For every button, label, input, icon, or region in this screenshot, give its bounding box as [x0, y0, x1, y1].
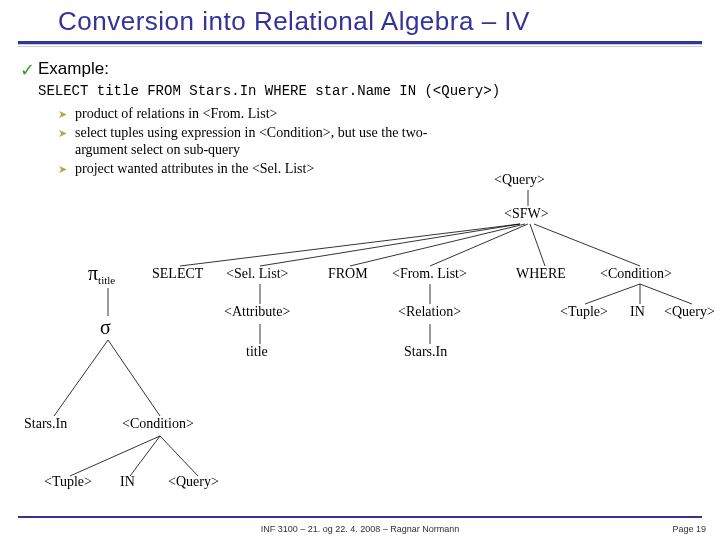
- svg-line-1: [180, 224, 520, 266]
- node-where-kw: WHERE: [516, 266, 566, 282]
- node-tuple-l: <Tuple>: [44, 474, 92, 490]
- chevron-right-icon: ➤: [58, 127, 67, 141]
- svg-line-15: [54, 340, 108, 416]
- node-condition-l: <Condition>: [122, 416, 194, 432]
- svg-line-11: [585, 284, 640, 304]
- bullet-item: ➤ select tuples using expression in <Con…: [58, 124, 478, 159]
- svg-line-17: [70, 436, 160, 476]
- node-starsin-leaf: Stars.In: [404, 344, 447, 360]
- svg-line-19: [160, 436, 198, 476]
- svg-line-3: [350, 224, 525, 266]
- node-sigma: σ: [100, 316, 111, 339]
- node-fromlist: <From. List>: [392, 266, 467, 282]
- bullet-item: ➤ product of relations in <From. List>: [58, 105, 478, 123]
- node-attribute: <Attribute>: [224, 304, 290, 320]
- node-query-r: <Query>: [664, 304, 715, 320]
- svg-line-6: [534, 224, 640, 266]
- title-underline: [18, 41, 702, 44]
- chevron-right-icon: ➤: [58, 163, 67, 177]
- svg-line-16: [108, 340, 160, 416]
- parse-tree-area: <Query> <SFW> SELECT <Sel. List> FROM <F…: [0, 176, 720, 506]
- page-title: Conversion into Relational Algebra – IV: [58, 6, 702, 37]
- node-sfw: <SFW>: [504, 206, 549, 222]
- chevron-right-icon: ➤: [58, 108, 67, 122]
- node-select-kw: SELECT: [152, 266, 203, 282]
- bullet-item: ➤ project wanted attributes in the <Sel.…: [58, 160, 478, 178]
- svg-line-13: [640, 284, 692, 304]
- footer-center: INF 3100 – 21. og 22. 4. 2008 – Ragnar N…: [261, 524, 460, 534]
- node-title-leaf: title: [246, 344, 268, 360]
- node-in-r: IN: [630, 304, 645, 320]
- node-relation: <Relation>: [398, 304, 461, 320]
- svg-line-5: [530, 224, 545, 266]
- svg-line-4: [430, 224, 528, 266]
- node-sellist: <Sel. List>: [226, 266, 288, 282]
- bullet-text: select tuples using expression in <Condi…: [75, 124, 478, 159]
- check-icon: ✓: [20, 59, 38, 81]
- sql-code: SELECT title FROM Stars.In WHERE star.Na…: [38, 83, 702, 99]
- node-condition-r: <Condition>: [600, 266, 672, 282]
- svg-line-2: [260, 224, 520, 266]
- node-from-kw: FROM: [328, 266, 368, 282]
- svg-line-18: [130, 436, 160, 476]
- bullet-text: product of relations in <From. List>: [75, 105, 277, 123]
- node-tuple-r: <Tuple>: [560, 304, 608, 320]
- footer-rule: [18, 516, 702, 518]
- title-underline-2: [18, 46, 702, 47]
- node-query-top: <Query>: [494, 172, 545, 188]
- node-pi: πtitle: [88, 262, 115, 286]
- node-starsin-l: Stars.In: [24, 416, 67, 432]
- example-heading: ✓Example:: [20, 59, 702, 81]
- footer-page: Page 19: [672, 524, 706, 534]
- bullet-text: project wanted attributes in the <Sel. L…: [75, 160, 314, 178]
- node-query-l: <Query>: [168, 474, 219, 490]
- node-in-l: IN: [120, 474, 135, 490]
